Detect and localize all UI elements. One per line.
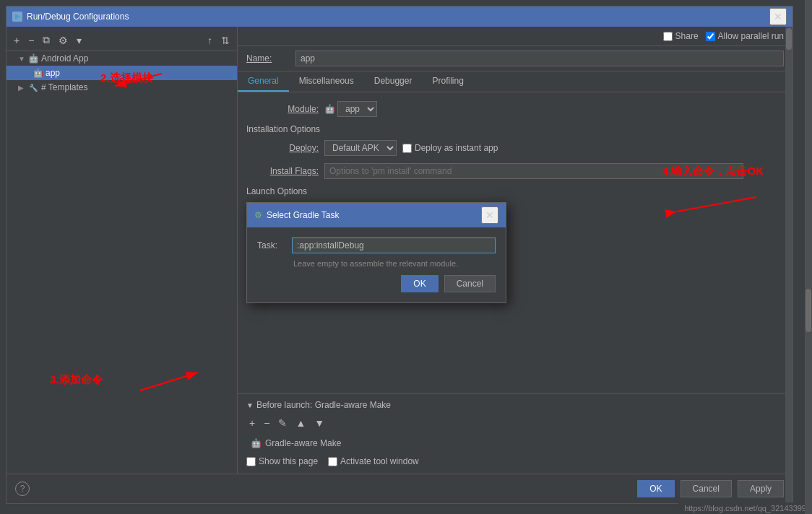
select-gradle-task-dialog: ⚙ Select Gradle Task ✕ Task: Leave empty… [246, 202, 506, 303]
before-launch-toolbar: + − ✎ ▲ ▼ [246, 414, 784, 432]
before-launch-edit-btn[interactable]: ✎ [275, 416, 290, 430]
name-label: Name: [246, 53, 290, 64]
ok-button[interactable]: OK [637, 480, 674, 497]
share-checkbox[interactable] [663, 32, 673, 41]
before-launch-up-btn[interactable]: ▲ [293, 416, 308, 430]
apply-button[interactable]: Apply [738, 480, 784, 497]
before-launch-section: ▼ Before launch: Gradle-aware Make + − ✎… [238, 393, 792, 474]
tab-debugger[interactable]: Debugger [364, 71, 423, 92]
dialog-body: + − ⧉ ⚙ ▾ ↑ ⇅ ▼ 🤖 Android App 🤖 app ▶ [7, 27, 792, 474]
gradle-aware-make-label: Gradle-aware Make [265, 438, 341, 448]
title-bar-left: Run/Debug Configurations [12, 12, 129, 22]
modal-container: ⚙ Select Gradle Task ✕ Task: Leave empty… [246, 202, 784, 303]
modal-ok-button[interactable]: OK [401, 275, 438, 292]
sort-button[interactable]: ⇅ [218, 33, 233, 48]
tabs-row: General Miscellaneous Debugger Profiling [238, 71, 792, 92]
dialog-footer: ? OK Cancel Apply [7, 474, 792, 503]
right-scrollbar-thumb [786, 28, 792, 50]
svg-line-4 [140, 373, 198, 391]
deploy-row: Deploy: Default APK Deploy as instant ap… [246, 140, 784, 156]
module-label: Module: [246, 104, 319, 114]
tab-general[interactable]: General [238, 71, 289, 92]
tab-profiling[interactable]: Profiling [422, 71, 473, 92]
task-row: Task: [257, 238, 496, 253]
gradle-aware-make-item: 🤖 Gradle-aware Make [246, 436, 784, 450]
config-toolbar: + − ⧉ ⚙ ▾ ↑ ⇅ [7, 30, 237, 51]
dialog-title: Run/Debug Configurations [27, 12, 129, 22]
show-page-checkbox[interactable] [246, 457, 256, 466]
name-input[interactable] [295, 51, 784, 66]
show-page-item: Show this page [246, 456, 318, 466]
deploy-select-wrap: Default APK [324, 140, 397, 156]
right-panel: Share Allow parallel run Name: General M… [238, 27, 792, 474]
cancel-button[interactable]: Cancel [681, 480, 732, 497]
left-panel: + − ⧉ ⚙ ▾ ↑ ⇅ ▼ 🤖 Android App 🤖 app ▶ [7, 27, 238, 474]
copy-config-button[interactable]: ⧉ [40, 32, 53, 48]
footer-buttons: OK Cancel Apply [637, 480, 784, 497]
share-row: Share [663, 31, 699, 41]
install-flags-input[interactable] [324, 163, 743, 179]
annotation-add-command: 3.添加命令 [50, 373, 103, 387]
before-launch-down-btn[interactable]: ▼ [311, 416, 327, 430]
run-debug-icon [12, 12, 22, 22]
modal-close-button[interactable]: ✕ [481, 206, 498, 224]
footer-left: ? [15, 482, 30, 496]
deploy-instant-checkbox[interactable] [402, 144, 412, 153]
allow-parallel-label: Allow parallel run [718, 31, 784, 41]
svg-marker-0 [15, 14, 20, 19]
close-button[interactable]: ✕ [769, 8, 787, 25]
deploy-select[interactable]: Default APK [324, 140, 397, 156]
deploy-instant-row: Deploy as instant app [402, 143, 498, 153]
show-page-label: Show this page [259, 456, 318, 466]
main-scrollbar[interactable] [805, 0, 812, 514]
tab-miscellaneous[interactable]: Miscellaneous [289, 71, 364, 92]
deploy-instant-label: Deploy as instant app [415, 143, 498, 153]
settings-config-button[interactable]: ⚙ [56, 33, 71, 48]
title-bar: Run/Debug Configurations ✕ [7, 6, 792, 27]
right-scrollbar[interactable] [785, 27, 792, 474]
top-options-row: Share Allow parallel run [238, 27, 792, 46]
modal-title-text: Select Gradle Task [267, 210, 340, 220]
module-row: Module: 🤖 app [246, 101, 784, 117]
module-select[interactable]: app [337, 101, 377, 117]
allow-parallel-row: Allow parallel run [706, 31, 784, 41]
modal-buttons: OK Cancel [257, 275, 496, 292]
remove-config-button[interactable]: − [25, 33, 37, 48]
tree-templates-item[interactable]: ▶ 🔧 # Templates [7, 80, 237, 95]
app-android-icon: 🤖 [33, 68, 43, 78]
add-config-button[interactable]: + [11, 33, 22, 48]
gradle-icon: ⚙ [254, 210, 262, 220]
main-scrollbar-thumb [805, 289, 811, 332]
activate-tool-label: Activate tool window [340, 456, 419, 466]
move-up-button[interactable]: ↑ [204, 33, 215, 48]
modal-body: Task: Leave empty to assemble the releva… [247, 227, 506, 302]
help-button[interactable]: ? [15, 482, 30, 496]
run-debug-configurations-dialog: Run/Debug Configurations ✕ + − ⧉ ⚙ ▾ ↑ ⇅… [6, 6, 793, 504]
before-launch-remove-btn[interactable]: − [261, 416, 272, 430]
deploy-label: Deploy: [246, 143, 319, 153]
modal-hint: Leave empty to assemble the relevant mod… [257, 259, 496, 268]
before-launch-collapse-icon: ▼ [246, 401, 254, 409]
before-launch-add-btn[interactable]: + [246, 416, 258, 430]
install-flags-row: Install Flags: [246, 163, 784, 179]
modal-cancel-button[interactable]: Cancel [444, 275, 496, 292]
activate-tool-item: Activate tool window [328, 456, 419, 466]
tree-app-item[interactable]: 🤖 app [7, 66, 237, 80]
templates-label: # Templates [41, 82, 87, 92]
module-android-icon: 🤖 [324, 104, 334, 114]
tree-android-app-group[interactable]: ▼ 🤖 Android App [7, 51, 237, 66]
arrow-down-button[interactable]: ▾ [74, 33, 85, 48]
allow-parallel-checkbox[interactable] [706, 32, 715, 41]
activate-tool-checkbox[interactable] [328, 457, 337, 466]
module-select-wrap: 🤖 app [324, 101, 377, 117]
task-input[interactable] [292, 238, 496, 253]
expand-arrow: ▼ [18, 55, 25, 63]
share-label: Share [675, 31, 699, 41]
launch-options-title: Launch Options [246, 186, 784, 196]
android-app-icon: 🤖 [28, 53, 38, 64]
config-panel: Module: 🤖 app Installation Options Deplo… [238, 92, 792, 393]
templates-arrow: ▶ [18, 84, 25, 92]
before-launch-title: Before launch: Gradle-aware Make [256, 400, 391, 410]
task-label: Task: [257, 240, 286, 251]
modal-title-bar: ⚙ Select Gradle Task ✕ [247, 203, 506, 227]
